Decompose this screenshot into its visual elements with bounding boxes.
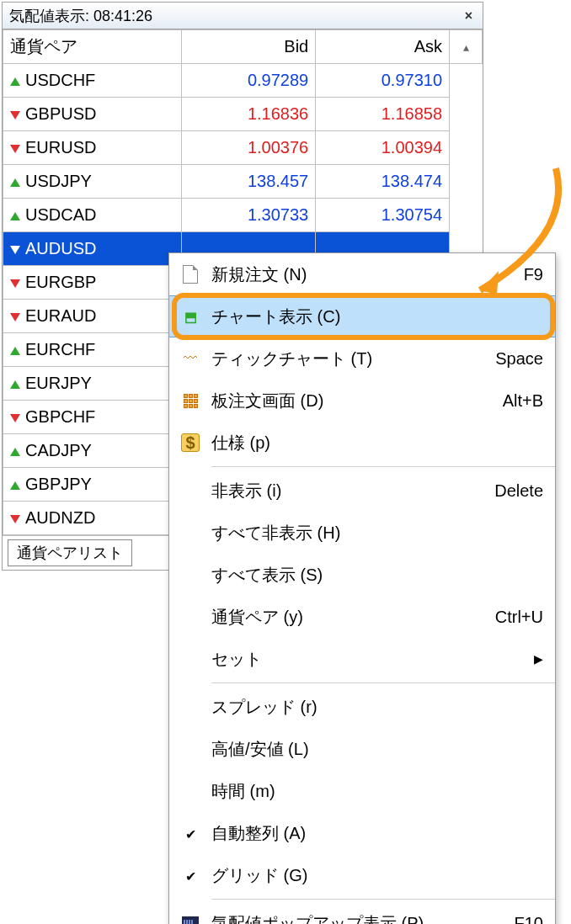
menu-item[interactable]: 時間 (m) (169, 770, 555, 812)
check-icon (185, 866, 196, 885)
symbol-label: AUDUSD (25, 239, 96, 258)
new-order-icon (183, 265, 198, 284)
tab-pair-list[interactable]: 通貨ペアリスト (8, 539, 132, 566)
scrollbar[interactable]: ▴ (450, 30, 483, 64)
bid-cell: 1.30733 (182, 199, 316, 232)
menu-separator (211, 899, 555, 900)
bid-cell: 138.457 (182, 165, 316, 199)
symbol-label: EURCHF (25, 340, 95, 358)
menu-label: 気配値ポップアップ表示 (P) (211, 912, 506, 925)
pair-cell: CADJPY (3, 434, 182, 468)
arrow-down-icon (10, 246, 20, 254)
menu-label: セット (211, 648, 534, 671)
menu-item[interactable]: 〰ティックチャート (T)Space (169, 337, 555, 380)
symbol-label: EURAUD (25, 306, 96, 325)
arrow-up-icon (10, 77, 20, 86)
col-bid[interactable]: Bid (182, 30, 316, 64)
ask-cell: 138.474 (316, 165, 450, 199)
menu-shortcut: Alt+B (503, 391, 543, 411)
pair-cell: USDJPY (3, 165, 182, 199)
title-time: 08:41:26 (93, 8, 152, 24)
arrow-up-icon (10, 481, 20, 490)
depth-icon (184, 394, 198, 408)
col-pair[interactable]: 通貨ペア (3, 30, 182, 64)
window-title: 気配値表示: 08:41:26 (9, 6, 152, 26)
menu-item[interactable]: $仕様 (p) (169, 422, 555, 464)
arrow-down-icon (10, 145, 20, 153)
symbol-label: GBPCHF (25, 407, 95, 426)
pair-cell: AUDUSD (3, 232, 182, 266)
pair-cell: GBPJPY (3, 468, 182, 502)
symbol-label: USDCAD (25, 205, 96, 224)
check-icon (185, 824, 196, 843)
table-row[interactable]: GBPUSD1.168361.16858 (3, 98, 483, 131)
pair-cell: EURAUD (3, 300, 182, 333)
menu-icon-slot: ⬒ (169, 307, 211, 326)
scroll-up-icon[interactable]: ▴ (456, 35, 475, 58)
menu-label: すべて表示 (S) (211, 564, 535, 587)
symbol-label: USDJPY (25, 172, 92, 190)
menu-item[interactable]: 板注文画面 (D)Alt+B (169, 380, 555, 422)
menu-item[interactable]: スプレッド (r) (169, 686, 555, 728)
close-icon[interactable]: × (462, 8, 476, 24)
menu-shortcut: Ctrl+U (495, 608, 543, 627)
menu-icon-slot: $ (169, 433, 211, 452)
menu-label: 時間 (m) (211, 780, 535, 803)
ask-cell: 1.00394 (316, 131, 450, 165)
menu-icon-slot (169, 916, 211, 924)
pair-cell: EURUSD (3, 131, 182, 165)
menu-label: 高値/安値 (L) (211, 738, 535, 761)
symbol-label: GBPUSD (25, 104, 96, 123)
menu-label: すべて非表示 (H) (211, 522, 535, 544)
menu-icon-slot: 〰 (169, 349, 211, 368)
menu-label: 板注文画面 (D) (211, 390, 494, 412)
pair-cell: USDCAD (3, 199, 182, 232)
bid-cell: 0.97289 (182, 64, 316, 98)
menu-label: チャート表示 (C) (211, 305, 535, 328)
arrow-up-icon (10, 212, 20, 220)
menu-shortcut: F10 (515, 914, 543, 925)
table-row[interactable]: EURUSD1.003761.00394 (3, 131, 483, 165)
menu-item[interactable]: 新規注文 (N)F9 (169, 253, 555, 295)
table-row[interactable]: USDCHF0.972890.97310 (3, 64, 483, 98)
ask-cell: 0.97310 (316, 64, 450, 98)
bid-cell: 1.00376 (182, 131, 316, 165)
pair-cell: EURJPY (3, 367, 182, 401)
menu-item[interactable]: 非表示 (i)Delete (169, 470, 555, 512)
titlebar: 気配値表示: 08:41:26 × (3, 3, 483, 29)
menu-item[interactable]: 高値/安値 (L) (169, 728, 555, 770)
table-row[interactable]: USDJPY138.457138.474 (3, 165, 483, 199)
symbol-label: AUDNZD (25, 508, 95, 527)
pair-cell: GBPCHF (3, 401, 182, 434)
header-row: 通貨ペア Bid Ask ▴ (3, 30, 483, 64)
pair-cell: EURCHF (3, 333, 182, 367)
menu-shortcut: Space (495, 349, 543, 369)
menu-label: 自動整列 (A) (211, 822, 535, 845)
menu-item[interactable]: すべて表示 (S) (169, 554, 555, 596)
arrow-down-icon (10, 414, 20, 422)
menu-label: 非表示 (i) (211, 480, 486, 502)
menu-icon-slot (169, 394, 211, 408)
menu-item[interactable]: 自動整列 (A) (169, 812, 555, 854)
menu-item[interactable]: 通貨ペア (y)Ctrl+U (169, 596, 555, 638)
popup-icon (182, 916, 199, 924)
menu-item[interactable]: ⬒チャート表示 (C) (169, 295, 555, 337)
pair-cell: USDCHF (3, 64, 182, 98)
menu-item[interactable]: すべて非表示 (H) (169, 512, 555, 554)
menu-label: ティックチャート (T) (211, 348, 487, 370)
menu-label: スプレッド (r) (211, 696, 535, 719)
menu-separator (211, 682, 555, 683)
menu-item[interactable]: セット▶ (169, 638, 555, 680)
arrow-up-icon (10, 347, 20, 355)
menu-item[interactable]: グリッド (G) (169, 854, 555, 896)
menu-item[interactable]: 気配値ポップアップ表示 (P)F10 (169, 902, 555, 924)
menu-icon-slot (169, 265, 211, 284)
bid-cell: 1.16836 (182, 98, 316, 131)
table-row[interactable]: USDCAD1.307331.30754 (3, 199, 483, 232)
col-ask[interactable]: Ask (316, 30, 450, 64)
symbol-label: EURUSD (25, 138, 96, 157)
arrow-down-icon (10, 279, 20, 288)
symbol-label: EURGBP (25, 273, 96, 291)
menu-icon-slot (169, 824, 211, 843)
menu-label: 通貨ペア (y) (211, 606, 487, 629)
